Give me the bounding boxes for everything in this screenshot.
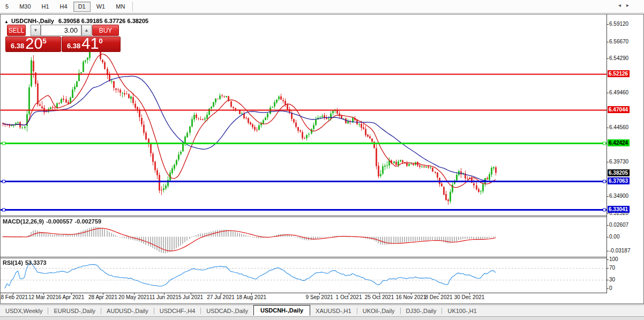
arrow-up-icon: ▲ xyxy=(85,28,89,33)
chart-tab-usdcad-daily[interactable]: USDCAD-,Daily xyxy=(201,306,253,316)
chart-tab-usdchf-h4[interactable]: USDCHF-,H4 xyxy=(154,306,201,316)
chart-ohlc-values: 6.39058 6.39185 6.37726 6.38205 xyxy=(58,18,148,24)
macd-label: MACD(12,26,9)-0.000557-0.002759 xyxy=(3,218,103,225)
timeframe-button-w1[interactable]: W1 xyxy=(92,2,110,12)
macd-name: MACD(12,26,9) xyxy=(3,218,44,225)
chart-tab-uk100-h1[interactable]: UK100-,H1 xyxy=(442,306,482,316)
macd-axis-tick-label: 0.02607 xyxy=(609,222,628,228)
macd-axis-tick-label: 0.00 xyxy=(609,234,619,240)
time-axis-date-label: 8 Dec 2021 xyxy=(425,294,452,300)
timeframe-button-m30[interactable]: M30 xyxy=(14,2,35,12)
ask-price-button[interactable]: 6.38 41 0 xyxy=(62,36,121,52)
chart-tabbar: USDX,WeeklyEURUSD-,DailyAUDUSD-,DailyUSD… xyxy=(0,304,644,316)
rsi-label: RSI(14)53.3373 xyxy=(3,259,49,266)
rsi-axis-tick xyxy=(606,259,609,260)
hline-price-label: 6.37063 xyxy=(608,177,630,184)
chart-tab-ukoil-daily[interactable]: UKOil-,Daily xyxy=(357,306,400,316)
time-axis-date-label: 1 Oct 2021 xyxy=(336,294,362,300)
status-strip xyxy=(0,316,644,320)
timeframe-button-mn[interactable]: MN xyxy=(111,2,130,12)
chart-tab-dj30-daily[interactable]: DJ30-,Daily xyxy=(401,306,442,316)
timeframe-button-5[interactable]: 5 xyxy=(1,2,13,12)
rsi-name: RSI(14) xyxy=(3,259,23,266)
bid-price-prefix: 6.38 xyxy=(11,42,24,50)
time-axis-date-label: 11 Jun 2021 xyxy=(149,294,178,300)
timeframe-toolbar: 5M30H1H4D1W1MN xyxy=(0,0,644,13)
timeframe-button-h4[interactable]: H4 xyxy=(55,2,72,12)
price-axis-tick xyxy=(606,213,609,214)
time-axis-date-label: 12 Mar 2021 xyxy=(28,294,58,300)
volume-increase-button[interactable]: ▲ xyxy=(81,25,92,36)
macd-axis-tick xyxy=(606,225,609,226)
trading-platform-window: 5M30H1H4D1W1MN 6.591206.566706.542906.49… xyxy=(0,0,644,320)
time-axis-date-label: 30 Dec 2021 xyxy=(454,294,485,300)
buy-button[interactable]: BUY xyxy=(92,25,119,36)
price-axis-tick xyxy=(606,93,609,93)
price-axis-tick xyxy=(606,42,609,42)
ask-price-big-digits: 41 xyxy=(81,38,99,50)
timeframe-button-h1[interactable]: H1 xyxy=(37,2,54,12)
chart-window: 6.591206.566706.542906.494606.445606.397… xyxy=(0,14,644,304)
arrow-down-icon: ▼ xyxy=(34,28,38,33)
price-axis-tick-label: 6.56670 xyxy=(609,39,628,44)
price-axis-tick xyxy=(606,196,609,197)
price-axis-tick-label: 6.49460 xyxy=(609,90,628,95)
ask-price-prefix: 6.38 xyxy=(67,42,80,50)
time-axis-date-label: 5 Jul 2021 xyxy=(178,294,203,300)
chart-symbol-period: USDCNH-,Daily xyxy=(11,18,54,24)
rsi-axis-tick-label: 0 xyxy=(609,285,612,291)
bid-price-button[interactable]: 6.38 20 5 xyxy=(5,36,61,52)
time-axis-date-label: 20 May 2021 xyxy=(118,294,149,300)
rsi-axis-tick-label: 100 xyxy=(609,256,618,262)
price-axis-tick xyxy=(606,128,609,128)
chart-tab-usdx-weekly[interactable]: USDX,Weekly xyxy=(0,306,48,316)
price-axis-tick-label: 6.39730 xyxy=(609,159,628,165)
volume-decrease-button[interactable]: ▼ xyxy=(31,25,41,36)
price-axis-tick-label: 6.34900 xyxy=(609,193,628,199)
price-axis-line xyxy=(606,14,607,293)
time-axis-line xyxy=(1,293,606,293)
time-axis-date-label: 9 Sep 2021 xyxy=(305,294,333,300)
price-axis-tick-label: 6.44560 xyxy=(609,124,628,130)
price-axis-tick xyxy=(606,162,609,162)
tabbar-scroll-arrows[interactable]: ◂▸ xyxy=(618,2,634,8)
macd-axis-tick xyxy=(606,251,609,251)
volume-input[interactable]: 3.00 xyxy=(41,25,81,36)
hline-price-label: 6.47044 xyxy=(608,106,630,113)
chart-title: ▲USDCNH-,Daily6.39058 6.39185 6.37726 6.… xyxy=(4,18,148,24)
toolbar-separator xyxy=(132,2,133,11)
time-axis-date-label: 6 Apr 2021 xyxy=(58,294,84,300)
price-axis-tick xyxy=(606,24,609,25)
bid-price-big-digits: 20 xyxy=(25,38,42,50)
price-axis-tick-label: 6.54290 xyxy=(609,55,628,61)
chart-tab-eurusd-daily[interactable]: EURUSD-,Daily xyxy=(48,306,101,316)
rsi-value: 53.3373 xyxy=(25,259,47,266)
macd-axis-tick xyxy=(606,237,609,237)
time-axis-date-label: 16 Nov 2021 xyxy=(396,294,426,300)
rsi-axis-tick-label: 30 xyxy=(609,277,615,282)
hline-price-label: 6.52126 xyxy=(608,70,630,77)
rsi-axis-tick xyxy=(606,280,609,280)
macd-signal-value: -0.002759 xyxy=(75,218,102,225)
collapse-arrow-icon[interactable]: ▲ xyxy=(4,19,9,24)
time-axis-date-label: 18 Aug 2021 xyxy=(236,294,266,300)
time-axis-date-label: 25 Oct 2021 xyxy=(365,294,394,300)
price-axis-tick-label: 6.59120 xyxy=(609,21,628,27)
bid-price-pip-digit: 5 xyxy=(43,37,47,45)
time-axis-date-label: 28 Apr 2021 xyxy=(88,294,117,300)
macd-main-value: -0.000557 xyxy=(46,218,73,225)
chart-tab-usdcnh-daily[interactable]: USDCNH-,Daily xyxy=(253,305,310,316)
time-axis-date-label: 27 Jul 2021 xyxy=(207,294,235,300)
rsi-indicator-canvas[interactable] xyxy=(1,258,606,293)
rsi-axis-tick xyxy=(606,268,609,269)
rsi-axis-tick xyxy=(606,288,609,289)
price-axis-tick xyxy=(606,58,609,59)
chart-tab-xauusd-h1[interactable]: XAUUSD-,H1 xyxy=(310,306,357,316)
rsi-axis-tick-label: 70 xyxy=(609,265,615,271)
timeframe-button-d1[interactable]: D1 xyxy=(73,2,91,12)
hline-price-label: 6.33041 xyxy=(608,206,630,213)
sell-button[interactable]: SELL xyxy=(7,25,26,36)
chart-tab-audusd-daily[interactable]: AUDUSD-,Daily xyxy=(101,306,154,316)
current-price-label: 6.38205 xyxy=(608,169,630,176)
macd-axis-tick-label: -0.03187 xyxy=(609,248,630,254)
